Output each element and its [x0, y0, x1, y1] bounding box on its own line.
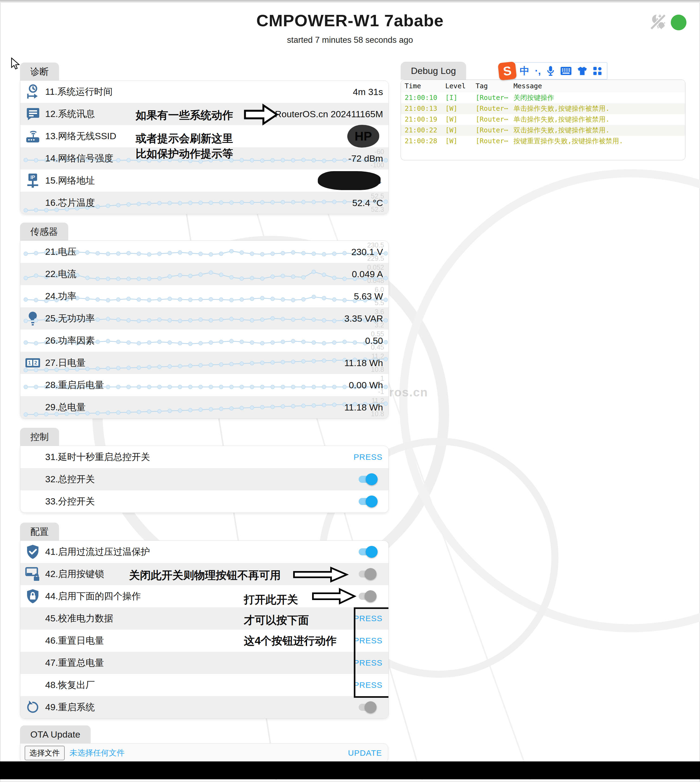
handwritten-annotation: 如果有一些系统动作	[136, 108, 233, 123]
handwritten-annotation: 才可以按下面	[244, 613, 309, 628]
ime-keyboard-icon[interactable]	[560, 66, 572, 75]
toggle-switch-32[interactable]	[359, 476, 376, 483]
log-cell-time: 21:00:13	[405, 103, 445, 114]
entity-row-33: 33.分控开关	[20, 490, 388, 513]
entity-row-21: 21.电压230.1 V230.5229.5	[20, 241, 388, 263]
entity-label: 28.重启后电量	[45, 379, 104, 391]
entity-value	[359, 548, 388, 555]
annotation-arrow-icon	[293, 566, 348, 584]
timer-icon	[20, 84, 45, 100]
log-cell-tag: [Router⋯	[476, 125, 513, 136]
entity-value: 11.18 Wh	[344, 358, 388, 368]
toggle-switch-41[interactable]	[359, 548, 376, 555]
section-card: 41.启用过流过压过温保护42.启用按键锁关闭此开关则物理按钮不再可用44.启用…	[20, 540, 389, 719]
update-button[interactable]: UPDATE	[348, 749, 382, 758]
log-cell-level: [W]	[445, 125, 476, 136]
annotation-arrow-icon	[243, 102, 279, 128]
entity-label: 32.总控开关	[45, 473, 95, 485]
entity-row-27: 1227.日电量11.18 Wh11.210.8	[20, 352, 388, 374]
log-col-time: Time	[405, 80, 445, 92]
ime-punctuation-icon[interactable]: ·,	[535, 65, 541, 77]
toggle-knob	[365, 701, 377, 713]
entity-value: 230.1 V	[352, 247, 388, 257]
toggle-knob	[365, 590, 377, 602]
log-cell-message: 单击操作失败,按键操作被禁用.	[513, 114, 681, 125]
choose-file-button[interactable]: 选择文件	[25, 746, 65, 760]
ime-skin-icon[interactable]	[577, 66, 587, 76]
entity-row-42: 42.启用按键锁关闭此开关则物理按钮不再可用	[20, 563, 388, 585]
handwritten-annotation: 或者提示会刷新这里	[136, 131, 233, 146]
entity-label: 14.网络信号强度	[45, 152, 113, 165]
entity-row-25: 25.无功功率3.35 VAR3.63.2	[20, 307, 388, 330]
log-row: 21:00:28[W][Router⋯按键重置操作失败,按键操作被禁用.	[401, 136, 685, 147]
sogou-logo-icon[interactable]: S	[498, 62, 517, 80]
ime-menu-icon[interactable]	[593, 66, 602, 76]
section-控制: 控制31.延时十秒重启总控开关PRESS32.总控开关33.分控开关	[20, 428, 388, 513]
section-诊断: 诊断11.系统运行时间4m 31s12.系统讯息如果有一些系统动作RouterO…	[20, 63, 388, 214]
log-cell-level: [W]	[445, 136, 476, 147]
log-col-message: Message	[513, 80, 681, 92]
ime-language-icon[interactable]: 中	[520, 65, 530, 78]
dark-mode-toggle-icon[interactable]	[649, 13, 668, 32]
log-cell-message: 双击操作失败,按键操作被禁用.	[513, 125, 681, 136]
entity-value: 4m 31s	[353, 87, 389, 97]
entity-value	[359, 593, 388, 600]
router-wifi-icon	[20, 128, 45, 144]
entity-value: 52.4 °C	[352, 198, 388, 208]
ime-mic-icon[interactable]	[546, 65, 555, 77]
annotation-arrow-icon	[312, 587, 357, 606]
entity-label: 11.系统运行时间	[45, 85, 113, 98]
tab-控制: 控制	[20, 428, 59, 446]
section-配置: 配置41.启用过流过压过温保护42.启用按键锁关闭此开关则物理按钮不再可用44.…	[20, 523, 388, 719]
entity-label: 26.功率因素	[45, 334, 95, 347]
log-col-level: Level	[445, 80, 476, 92]
redacted-ip-blob	[318, 171, 381, 190]
entity-label: 22.电流	[45, 268, 76, 280]
entity-label: 48.恢复出厂	[45, 679, 95, 691]
entity-value: 0.50	[365, 335, 388, 346]
press-button-31[interactable]: PRESS	[353, 452, 388, 462]
bottom-black-bar	[0, 762, 700, 779]
log-header-row: TimeLevelTagMessage	[401, 80, 685, 92]
log-row: 21:00:22[W][Router⋯双击操作失败,按键操作被禁用.	[401, 125, 685, 136]
page-title: CMPOWER-W1 7ababe	[0, 11, 700, 30]
tab-debug-log: Debug Log	[401, 62, 466, 80]
handwritten-annotation: 关闭此开关则物理按钮不再可用	[129, 568, 281, 583]
toggle-switch-49[interactable]	[359, 704, 376, 711]
entity-row-44: 44.启用下面的四个操作打开此开关	[20, 585, 388, 607]
tab-传感器: 传感器	[20, 223, 68, 240]
toggle-knob	[366, 473, 378, 485]
log-cell-tag: [Router⋯	[476, 114, 513, 125]
toggle-switch-33[interactable]	[359, 498, 376, 505]
entity-label: 42.启用按键锁	[45, 568, 104, 580]
entity-value: HP	[347, 125, 388, 148]
toggle-knob	[365, 568, 377, 580]
entity-label: 41.启用过流过压过温保护	[45, 545, 150, 558]
entity-row-26: 26.功率因素0.500.550.45	[20, 330, 388, 352]
entity-label: 33.分控开关	[45, 495, 95, 508]
log-cell-tag: [Router⋯	[476, 92, 513, 103]
section-card: 11.系统运行时间4m 31s12.系统讯息如果有一些系统动作RouterOS.…	[20, 80, 389, 214]
entity-row-16: 16.芯片温度52.4 °C52.552.3	[20, 192, 388, 214]
log-cell-message: 按键重置操作失败,按键操作被禁用.	[513, 136, 681, 147]
toggle-switch-44[interactable]	[359, 593, 376, 600]
device-web-page: www.routeros.cn CMPOWER-W1 7ababe starte…	[0, 0, 700, 782]
entity-row-49: 49.重启系统	[20, 696, 388, 719]
section-ota: OTA Update 选择文件 未选择任何文件 UPDATE	[20, 725, 388, 763]
entity-label: 25.无功功率	[45, 312, 95, 325]
entity-row-24: 24.功率5.63 W6.05.5	[20, 285, 388, 307]
log-row: 21:00:19[W][Router⋯单击操作失败,按键操作被禁用.	[401, 114, 685, 125]
window-top-edge	[0, 0, 700, 3]
entity-value: RouterOS.cn 202411165M	[275, 109, 388, 119]
tab-诊断: 诊断	[20, 63, 59, 80]
entity-value: 5.63 W	[354, 291, 388, 302]
entity-label: 12.系统讯息	[45, 108, 95, 120]
toggle-switch-42[interactable]	[359, 570, 376, 578]
entity-label: 29.总电量	[45, 401, 85, 414]
mouse-cursor-icon	[11, 57, 21, 72]
log-row: 21:00:13[W][Router⋯单击操作失败,按键操作被禁用.	[401, 103, 685, 114]
log-cell-tag: [Router⋯	[476, 136, 513, 147]
entity-value	[359, 704, 388, 711]
log-row: 21:00:10[I][Router⋯关闭按键操作	[401, 92, 685, 103]
debug-log-box[interactable]: TimeLevelTagMessage21:00:10[I][Router⋯关闭…	[401, 80, 685, 160]
